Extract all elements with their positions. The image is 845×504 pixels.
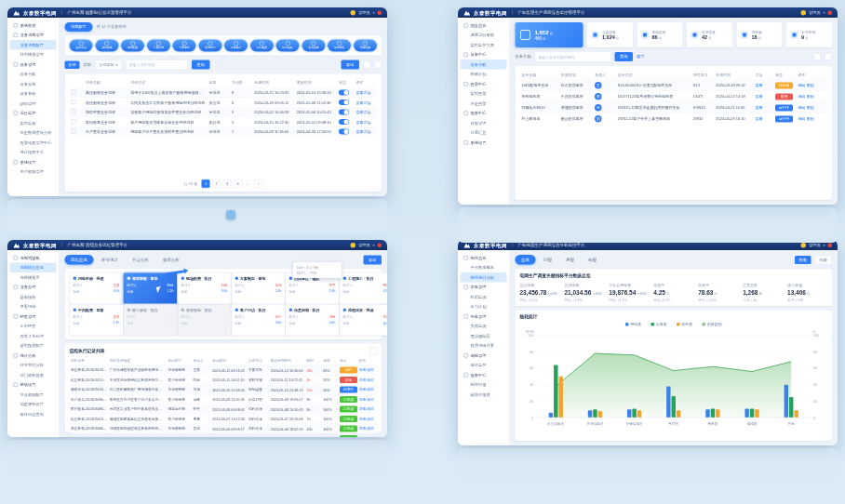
- stat-card[interactable]: 待检修 18台: [737, 22, 783, 47]
- owner-avatar[interactable]: 刘: [595, 115, 602, 123]
- table-row[interactable]: 过户更名-20240509006 番禺区住宅小区客户过户更名办理流程 客户服务部…: [70, 394, 378, 405]
- detail-link[interactable]: 详情: [359, 427, 367, 431]
- process-step[interactable]: 现场勘查: [121, 40, 144, 52]
- sidebar-item[interactable]: 运行监控: [10, 109, 57, 119]
- flow-node[interactable]: 现场勘查 · 执行 处理人刘强 耗时3.0h: [178, 272, 232, 304]
- table-row[interactable]: 智能电能表 天河区供电所 李 DDZY1122型单相费控智能电能表 DDZY 2…: [520, 91, 828, 102]
- table-row[interactable]: 10kV配电变压器 白云区供电所 王 S13-M-400/10 油浸式配电变压器…: [520, 80, 828, 91]
- row-checkbox[interactable]: [72, 129, 76, 134]
- sidebar-item[interactable]: 设备巡检: [10, 79, 57, 89]
- user-avatar[interactable]: [350, 243, 355, 248]
- sidebar-item[interactable]: 需求侧响应: [461, 331, 507, 341]
- sidebar-item[interactable]: 节点权限配置: [10, 390, 57, 400]
- flow-name-input[interactable]: [126, 60, 188, 70]
- sidebar-item[interactable]: 历史数据查询分析: [10, 128, 57, 139]
- user-avatar[interactable]: [800, 243, 806, 248]
- sidebar-item[interactable]: 环节模板管理: [10, 50, 57, 60]
- sidebar-item[interactable]: 设备检修: [10, 89, 57, 99]
- tab[interactable]: 总览: [516, 255, 536, 265]
- row-checkbox[interactable]: [72, 119, 76, 124]
- track-link[interactable]: 跟踪: [367, 388, 374, 392]
- tab[interactable]: 流程总览: [65, 255, 94, 265]
- tab[interactable]: 节点分析: [127, 255, 155, 265]
- table-row[interactable]: 高压新装-20240512001 广州黄埔区智造产业园新装用电申请流程 市场营销…: [70, 365, 378, 376]
- sidebar-item[interactable]: 工单稽查: [10, 322, 57, 332]
- sidebar-item[interactable]: 系统设置: [461, 138, 507, 148]
- edit-link[interactable]: 编辑: [798, 106, 806, 111]
- table-row[interactable]: 过户更名业务流程 用电客户过户更名及资料变更办理流程 审批流 7 2024-04…: [70, 126, 378, 136]
- legend-item[interactable]: 负荷趋势: [702, 322, 722, 327]
- flow-node[interactable]: 客户回访 · 执行 处理人郑华 耗时0.8h: [232, 304, 286, 336]
- user-avatar[interactable]: [800, 10, 806, 16]
- process-step[interactable]: 方案审批: [173, 40, 196, 52]
- table-row[interactable]: 暂停恢复-20240508015 南沙区工业客户暂停恢复送电业务流程 调度运行部…: [70, 405, 378, 415]
- sidebar-item[interactable]: 调度运行看板: [461, 31, 507, 41]
- sidebar-item[interactable]: 稽查管理: [10, 312, 57, 322]
- process-step[interactable]: 中间检查: [250, 40, 274, 52]
- refresh-icon[interactable]: [363, 61, 370, 69]
- track-link[interactable]: 跟踪: [367, 368, 374, 373]
- sidebar-item[interactable]: 综合总览: [461, 20, 507, 31]
- sidebar-item[interactable]: 流程驾驶舱: [10, 253, 57, 263]
- table-row[interactable]: 高压新装业务流程 适用于10kV及以上高压客户新装用电报装全流程 审批流 8 2…: [70, 87, 378, 98]
- page-button[interactable]: ›: [254, 179, 262, 188]
- sidebar-item[interactable]: 历史告警: [461, 99, 507, 109]
- gear-icon[interactable]: [825, 53, 832, 60]
- status-toggle[interactable]: [339, 90, 349, 96]
- sidebar-item[interactable]: 检修计划: [461, 70, 507, 80]
- table-row[interactable]: 低压新装-20240511008 天河区沿街商铺低压新装用电受理流程 客户服务部…: [70, 375, 378, 385]
- tab[interactable]: 环节统计: [96, 255, 125, 265]
- device-search-input[interactable]: [535, 52, 611, 62]
- sidebar-item[interactable]: 部门效能报表: [10, 370, 57, 380]
- process-step[interactable]: 竣工验收: [276, 40, 300, 52]
- table-row[interactable]: 柱上断路器 南沙区供电所 刘 ZW32-12型户外柱上真空断路器 ZW32 20…: [520, 113, 828, 125]
- view-link[interactable]: 查看: [756, 95, 763, 99]
- search-button[interactable]: 查询: [615, 52, 634, 61]
- stat-card[interactable]: 离线设备 86台: [637, 22, 683, 47]
- sidebar-item[interactable]: 设备台账: [10, 70, 57, 80]
- table-row[interactable]: 暂停恢复业务流程 客户用电暂停与恢复送电业务受理流程 执行流 5 2024-04…: [70, 117, 378, 127]
- detail-link[interactable]: 详情: [359, 436, 367, 437]
- process-step[interactable]: 信息归档: [328, 40, 351, 52]
- edit-link[interactable]: 编辑: [798, 95, 806, 99]
- table-row[interactable]: 高压新装-20240506009 花都区物流园区高压新装用电报装流程 市场营销部…: [70, 424, 378, 434]
- sidebar-item[interactable]: 设备中心: [461, 50, 507, 60]
- sidebar-item[interactable]: 负荷监测: [461, 322, 507, 332]
- table-row[interactable]: 增容变更-20240510012 白云区机械制造厂用电增容变更申请流程 市场营销…: [70, 385, 378, 395]
- detail-link[interactable]: 查看详情: [356, 129, 371, 134]
- reset-link[interactable]: 重置: [637, 54, 645, 60]
- gear-icon[interactable]: [374, 61, 382, 69]
- table-row[interactable]: 环网柜XGN15 黄埔区供电所 张 XGN15-12型交流金属封闭环网开关柜 X…: [520, 102, 828, 113]
- refresh-icon[interactable]: [813, 53, 821, 60]
- legend-item[interactable]: 用电量: [625, 322, 642, 327]
- sidebar-item[interactable]: 流程执行总览: [10, 263, 57, 273]
- stat-card[interactable]: 本月新增 9台: [786, 22, 832, 47]
- sidebar-item[interactable]: 操作日志查询: [10, 409, 57, 419]
- edit-link[interactable]: 编辑: [798, 84, 806, 88]
- stat-card[interactable]: 告警设备 42台: [687, 22, 732, 47]
- table-row[interactable]: 计量故障-20240505021 海珠区客户计量装置故障换表处理流程 计量中心 …: [70, 433, 378, 437]
- sidebar-item[interactable]: 流程模板库: [10, 272, 57, 283]
- delete-link[interactable]: 删除: [807, 106, 814, 111]
- sidebar-item[interactable]: 统计分析: [10, 351, 57, 361]
- search-button[interactable]: 查询: [192, 60, 210, 70]
- sidebar-item[interactable]: 实时监控大屏: [461, 40, 507, 50]
- sidebar-item[interactable]: 消息通知设置: [10, 400, 57, 410]
- process-step[interactable]: 工程施工: [224, 40, 248, 52]
- notification-dot-icon[interactable]: [378, 243, 382, 247]
- flow-node[interactable]: 中间检查 · 复核 处理人吴霞 耗时1.1h: [70, 304, 124, 336]
- stat-card[interactable]: 在线设备 1,024台: [587, 22, 633, 47]
- export-button[interactable]: 导出: [342, 60, 360, 70]
- tab[interactable]: 效率分析: [157, 255, 186, 265]
- delete-link[interactable]: 删除: [807, 95, 814, 99]
- process-step[interactable]: 资料审核: [95, 40, 118, 52]
- sidebar-item[interactable]: 设备管理: [10, 60, 57, 70]
- sidebar-item[interactable]: 发电管理: [461, 283, 507, 293]
- tab[interactable]: 日报: [538, 255, 558, 265]
- row-checkbox[interactable]: [72, 110, 76, 114]
- flow-node[interactable]: 资料审核 · 审批 处理人陈静 耗时1.2h: [124, 272, 178, 304]
- table-row[interactable]: 低压新装-20240507003 增城区新建楼盘低压批量装表接电流程 客户服务部…: [70, 414, 378, 424]
- sidebar-item[interactable]: 系统设置: [10, 157, 57, 167]
- process-step[interactable]: 方案制定: [147, 40, 170, 52]
- track-link[interactable]: 跟踪: [367, 397, 374, 402]
